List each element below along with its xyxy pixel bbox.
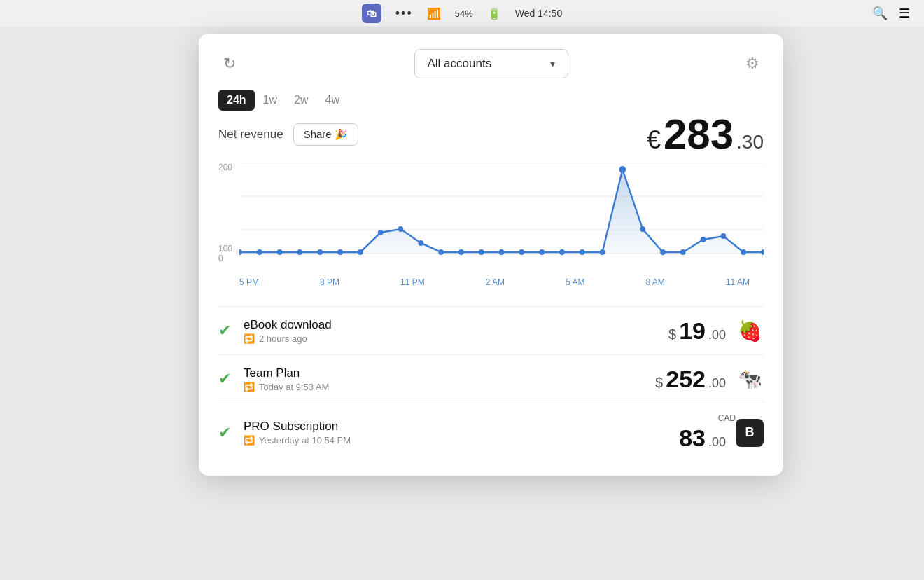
amount-cents: .00 xyxy=(708,376,726,391)
revenue-amount: € 283 .30 xyxy=(647,113,764,156)
settings-button[interactable]: ⚙ xyxy=(741,53,764,75)
check-icon: ✔ xyxy=(218,424,231,442)
amount-main: 252 xyxy=(666,366,706,393)
svg-point-18 xyxy=(519,249,524,255)
transaction-item[interactable]: ✔ eBook download 🔁 2 hours ago $ 19 .00 … xyxy=(218,306,764,354)
amount-wrapper: CAD 83 .00 xyxy=(679,413,736,452)
battery-icon: 🔋 xyxy=(487,7,501,20)
check-icon: ✔ xyxy=(218,370,231,388)
svg-point-26 xyxy=(680,249,686,255)
menubar-center: 🛍 ••• 📶 54% 🔋 Wed 14:50 xyxy=(362,4,562,23)
search-icon[interactable]: 🔍 xyxy=(872,6,888,21)
svg-point-12 xyxy=(398,226,404,232)
svg-point-13 xyxy=(418,240,424,246)
revenue-chart xyxy=(239,163,764,264)
transaction-item[interactable]: ✔ PRO Subscription 🔁 Yesterday at 10:54 … xyxy=(218,403,764,462)
y-label-0: 0 xyxy=(218,254,223,263)
amount-cents: .00 xyxy=(708,435,726,450)
x-label-5am: 5 AM xyxy=(566,277,584,287)
chart-x-labels: 5 PM 8 PM 11 PM 2 AM 5 AM 8 AM 11 AM xyxy=(218,275,764,287)
svg-point-5 xyxy=(257,249,262,255)
card-header: ↻ All accounts ▾ ⚙ xyxy=(199,34,783,90)
menu-icon[interactable]: ☰ xyxy=(899,6,910,21)
amount-currency: $ xyxy=(655,375,663,391)
shopify-icon: 🛍 xyxy=(362,4,382,23)
check-icon: ✔ xyxy=(218,322,231,340)
sync-icon: 🔁 xyxy=(244,333,255,344)
x-label-8am: 8 AM xyxy=(646,277,665,287)
product-icon-strawberry: 🍓 xyxy=(736,317,764,345)
transaction-time: Yesterday at 10:54 PM xyxy=(259,435,351,446)
transaction-meta: 🔁 Yesterday at 10:54 PM xyxy=(244,435,679,446)
revenue-currency-symbol: € xyxy=(647,125,661,155)
svg-point-16 xyxy=(479,249,484,255)
y-label-200: 200 xyxy=(218,163,232,172)
svg-point-10 xyxy=(358,249,363,255)
transaction-item[interactable]: ✔ Team Plan 🔁 Today at 9:53 AM $ 252 .00… xyxy=(218,354,764,403)
svg-point-28 xyxy=(721,233,727,239)
transaction-amount: 83 .00 xyxy=(679,424,726,452)
svg-point-7 xyxy=(298,249,303,255)
share-label: Share 🎉 xyxy=(304,128,348,141)
amount-main: 83 xyxy=(679,424,706,452)
amount-main: 19 xyxy=(679,317,706,345)
time-tabs: 24h 1w 2w 4w xyxy=(199,90,783,111)
share-button[interactable]: Share 🎉 xyxy=(293,123,358,146)
net-revenue-label: Net revenue xyxy=(218,127,284,141)
revenue-row: Net revenue Share 🎉 € 283 .30 xyxy=(199,113,783,156)
x-label-2am: 2 AM xyxy=(486,277,505,287)
transaction-name: Team Plan xyxy=(244,366,655,380)
menubar-right: 🔍 ☰ xyxy=(872,6,910,21)
revenue-main-amount: 283 xyxy=(664,113,734,156)
svg-point-8 xyxy=(317,249,323,255)
svg-point-19 xyxy=(539,249,545,255)
svg-point-6 xyxy=(277,249,283,255)
y-label-100: 100 xyxy=(218,244,232,254)
transaction-amount: $ 19 .00 xyxy=(668,317,726,345)
transaction-info: Team Plan 🔁 Today at 9:53 AM xyxy=(244,366,655,392)
svg-point-21 xyxy=(580,249,585,255)
wifi-icon: 📶 xyxy=(427,7,441,20)
accounts-label: All accounts xyxy=(428,57,492,71)
menu-bar: 🛍 ••• 📶 54% 🔋 Wed 14:50 🔍 ☰ xyxy=(0,0,924,27)
x-label-11pm: 11 PM xyxy=(400,277,425,287)
accounts-dropdown[interactable]: All accounts ▾ xyxy=(414,49,568,78)
amount-currency: $ xyxy=(668,326,676,343)
gear-icon: ⚙ xyxy=(746,55,760,73)
revenue-cents: .30 xyxy=(736,131,764,153)
svg-point-20 xyxy=(559,249,565,255)
svg-point-15 xyxy=(458,249,464,255)
sync-icon: 🔁 xyxy=(244,382,255,392)
transaction-info: PRO Subscription 🔁 Yesterday at 10:54 PM xyxy=(244,420,679,446)
currency-code: CAD xyxy=(679,413,736,423)
chevron-down-icon: ▾ xyxy=(550,58,555,69)
product-icon-b: B xyxy=(736,419,764,447)
refresh-icon: ↻ xyxy=(223,55,236,73)
tab-4w[interactable]: 4w xyxy=(316,90,347,111)
battery-percent: 54% xyxy=(455,8,473,19)
svg-point-22 xyxy=(600,249,606,255)
x-label-11am: 11 AM xyxy=(726,277,750,287)
amount-wrapper: $ 19 .00 xyxy=(668,317,736,345)
transaction-name: eBook download xyxy=(244,318,668,332)
svg-point-11 xyxy=(378,230,384,235)
product-icon-cow: 🐄 xyxy=(736,365,764,393)
svg-point-24 xyxy=(640,226,645,232)
sync-icon: 🔁 xyxy=(244,435,255,446)
revenue-left: Net revenue Share 🎉 xyxy=(218,123,358,146)
svg-point-4 xyxy=(239,249,242,255)
svg-point-23 xyxy=(620,166,626,173)
svg-point-25 xyxy=(660,249,666,255)
amount-cents: .00 xyxy=(708,328,726,343)
transaction-time: Today at 9:53 AM xyxy=(259,382,329,392)
transaction-meta: 🔁 2 hours ago xyxy=(244,333,668,344)
tab-2w[interactable]: 2w xyxy=(286,90,316,111)
chart-container: 200 100 0 xyxy=(199,163,783,292)
tab-24h[interactable]: 24h xyxy=(218,90,255,111)
transaction-info: eBook download 🔁 2 hours ago xyxy=(244,318,668,344)
transactions-list: ✔ eBook download 🔁 2 hours ago $ 19 .00 … xyxy=(199,299,783,462)
tab-1w[interactable]: 1w xyxy=(255,90,286,111)
transaction-name: PRO Subscription xyxy=(244,420,679,434)
refresh-button[interactable]: ↻ xyxy=(218,53,241,75)
svg-point-17 xyxy=(499,249,505,255)
